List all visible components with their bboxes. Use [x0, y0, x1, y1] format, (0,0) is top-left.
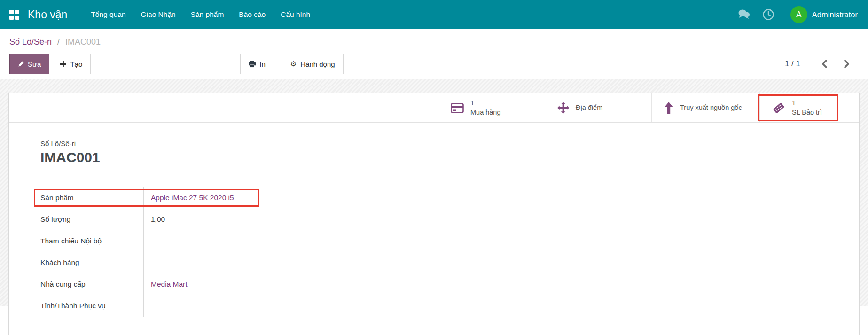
province-value: [143, 295, 463, 317]
field-row-province: Tỉnh/Thành Phục vụ: [40, 295, 463, 317]
field-row-vendor: Nhà cung cấp Media Mart: [40, 273, 463, 295]
quantity-value: 1,00: [143, 209, 463, 230]
field-label: Số lượng: [40, 215, 143, 224]
arrow-up-icon: [664, 102, 673, 114]
field-row-quantity: Số lượng 1,00: [40, 209, 463, 230]
field-label: Tỉnh/Thành Phục vụ: [40, 302, 143, 310]
avatar[interactable]: A: [790, 6, 807, 23]
form-body: Số Lô/Sê-ri IMAC001 Sản phẩm Apple iMac …: [9, 123, 859, 317]
smart-button-purchases[interactable]: 1 Mua hàng: [438, 93, 545, 122]
smart-button-label: Truy xuất nguồn gốc: [680, 103, 742, 113]
field-label: Khách hàng: [40, 258, 143, 267]
content-area: 1 Mua hàng Địa điểm Truy xuất n: [0, 79, 868, 306]
field-row-customer: Khách hàng: [40, 252, 463, 273]
field-list: Sản phẩm Apple iMac 27 5K 2020 i5 Số lượ…: [40, 187, 463, 317]
print-button[interactable]: In: [240, 54, 274, 74]
menu-item-overview[interactable]: Tổng quan: [83, 0, 133, 29]
action-menu-button[interactable]: ⚙ Hành động: [282, 54, 344, 74]
pager-previous-icon[interactable]: [817, 57, 831, 71]
breadcrumb-current: IMAC001: [65, 37, 101, 47]
product-link[interactable]: Apple iMac 27 5K 2020 i5: [143, 187, 463, 209]
create-button[interactable]: Tạo: [52, 54, 91, 74]
credit-card-icon: [451, 103, 464, 113]
gear-icon: ⚙: [290, 61, 297, 68]
pager-value: 1 / 1: [785, 59, 800, 69]
field-row-product: Sản phẩm Apple iMac 27 5K 2020 i5: [40, 187, 463, 209]
printer-icon: [249, 61, 256, 68]
user-name: Administrator: [812, 10, 858, 19]
smart-button-label: Mua hàng: [470, 109, 501, 116]
apps-menu-icon[interactable]: [9, 10, 19, 20]
smart-button-traceability[interactable]: Truy xuất nguồn gốc: [651, 93, 759, 122]
smart-button-label: Địa điểm: [576, 103, 602, 113]
smart-button-count: 1: [470, 99, 474, 107]
breadcrumb: Số Lô/Sê-ri / IMAC001: [9, 37, 854, 47]
menu-item-configuration[interactable]: Cấu hình: [273, 0, 318, 29]
smart-button-row: 1 Mua hàng Địa điểm Truy xuất n: [9, 93, 859, 123]
top-navbar: Kho vận Tổng quan Giao Nhận Sản phẩm Báo…: [0, 0, 868, 29]
main-menu: Tổng quan Giao Nhận Sản phẩm Báo cáo Cấu…: [83, 0, 318, 29]
vendor-link[interactable]: Media Mart: [143, 273, 463, 295]
ticket-icon: [772, 101, 785, 115]
record-title: IMAC001: [40, 149, 859, 165]
breadcrumb-parent-link[interactable]: Số Lô/Sê-ri: [9, 37, 52, 47]
smart-button-count: 1: [792, 99, 796, 107]
smart-button-label: SL Bảo trì: [792, 109, 822, 116]
messages-icon[interactable]: [738, 8, 750, 21]
record-title-label: Số Lô/Sê-ri: [40, 140, 859, 148]
menu-item-products[interactable]: Sản phẩm: [183, 0, 232, 29]
edit-button[interactable]: Sửa: [9, 54, 49, 74]
internal-reference-value: [143, 230, 463, 252]
activities-clock-icon[interactable]: [762, 8, 774, 21]
action-button-row: Sửa Tạo In ⚙: [9, 54, 854, 74]
user-menu[interactable]: A Administrator: [790, 6, 858, 23]
plus-icon: [60, 61, 66, 67]
field-row-internal-reference: Tham chiếu Nội bộ: [40, 230, 463, 252]
smart-button-maintenance[interactable]: 1 SL Bảo trì: [759, 93, 835, 122]
menu-item-transfers[interactable]: Giao Nhận: [133, 0, 183, 29]
pager-next-icon[interactable]: [840, 57, 854, 71]
move-arrows-icon: [557, 102, 569, 114]
customer-value: [143, 252, 463, 273]
menu-item-reports[interactable]: Báo cáo: [231, 0, 273, 29]
pager: 1 / 1: [785, 57, 854, 71]
field-label: Nhà cung cấp: [40, 280, 143, 288]
pencil-icon: [18, 61, 24, 67]
app-title[interactable]: Kho vận: [28, 8, 67, 21]
control-panel: Số Lô/Sê-ri / IMAC001 Sửa Tạo: [0, 29, 868, 79]
form-sheet: 1 Mua hàng Địa điểm Truy xuất n: [8, 93, 860, 335]
smart-button-location[interactable]: Địa điểm: [545, 93, 651, 122]
field-label: Sản phẩm: [40, 194, 143, 202]
field-label: Tham chiếu Nội bộ: [40, 237, 143, 245]
breadcrumb-separator: /: [57, 37, 60, 47]
